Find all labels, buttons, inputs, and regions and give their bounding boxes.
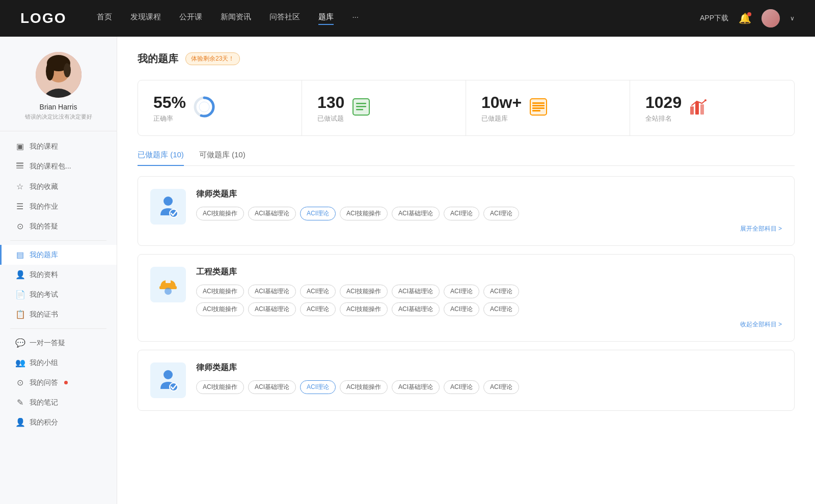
sidebar-divider-2 bbox=[10, 328, 106, 329]
sidebar-item-label: 一对一答疑 bbox=[30, 339, 65, 348]
tag-item[interactable]: ACI技能操作 bbox=[340, 285, 388, 298]
nav-qbank[interactable]: 题库 bbox=[318, 12, 334, 25]
tag-item[interactable]: ACI基础理论 bbox=[392, 380, 440, 394]
sidebar-item-profile[interactable]: 👤 我的资料 bbox=[0, 265, 117, 285]
lawyer-2-icon bbox=[155, 368, 181, 393]
expand-link-lawyer-1[interactable]: 展开全部科目 > bbox=[196, 225, 782, 233]
tag-item[interactable]: ACI基础理论 bbox=[248, 380, 296, 394]
sidebar-item-notes[interactable]: ✎ 我的笔记 bbox=[0, 393, 117, 412]
sidebar-item-label: 我的笔记 bbox=[30, 398, 58, 407]
app-download-button[interactable]: APP下载 bbox=[700, 14, 728, 23]
tag-item[interactable]: ACI理论 bbox=[444, 285, 479, 298]
tag-item[interactable]: ACI理论 bbox=[300, 302, 336, 316]
tag-item[interactable]: ACI理论 bbox=[483, 380, 519, 394]
sidebar-item-label: 我的积分 bbox=[30, 418, 58, 427]
sidebar-item-label: 我的证书 bbox=[30, 310, 58, 319]
lawyer-icon bbox=[155, 194, 181, 219]
tag-item[interactable]: ACI理论 bbox=[483, 285, 519, 298]
sidebar-divider-1 bbox=[10, 240, 106, 241]
sidebar-item-favorites[interactable]: ☆ 我的收藏 bbox=[0, 177, 117, 197]
group-icon: 👥 bbox=[15, 358, 24, 368]
tag-item[interactable]: ACI技能操作 bbox=[196, 285, 244, 298]
questions-icon: ⊙ bbox=[15, 221, 24, 231]
tag-item-active[interactable]: ACI理论 bbox=[300, 380, 336, 394]
svg-point-28 bbox=[164, 197, 173, 206]
svg-rect-15 bbox=[356, 103, 366, 104]
notification-bell[interactable]: 🔔 bbox=[739, 12, 751, 24]
sidebar-avatar[interactable] bbox=[36, 52, 82, 98]
stat-accuracy: 55% 正确率 bbox=[138, 80, 302, 135]
stat-rank-label: 全站排名 bbox=[645, 114, 682, 123]
page-header: 我的题库 体验剩余23天！ bbox=[138, 52, 795, 66]
exam-icon: 📄 bbox=[15, 290, 24, 299]
sidebar-item-course-package[interactable]: 我的课程包... bbox=[0, 156, 117, 177]
trial-badge: 体验剩余23天！ bbox=[185, 52, 240, 65]
svg-rect-8 bbox=[16, 165, 23, 166]
stat-rank-value: 1029 bbox=[645, 93, 682, 112]
sidebar-item-exam[interactable]: 📄 我的考试 bbox=[0, 285, 117, 304]
tag-item[interactable]: ACI技能操作 bbox=[340, 302, 388, 316]
logo[interactable]: LOGO bbox=[20, 10, 66, 26]
sidebar-item-group[interactable]: 👥 我的小组 bbox=[0, 353, 117, 373]
stat-banks-value: 10w+ bbox=[481, 93, 522, 112]
user-avatar[interactable] bbox=[762, 9, 780, 27]
sidebar-item-certificate[interactable]: 📋 我的证书 bbox=[0, 304, 117, 324]
tab-done-banks[interactable]: 已做题库 (10) bbox=[138, 150, 184, 166]
nav-news[interactable]: 新闻资讯 bbox=[221, 12, 251, 25]
tag-item[interactable]: ACI理论 bbox=[300, 285, 336, 298]
nav-more[interactable]: ··· bbox=[352, 12, 359, 25]
stat-done-questions: 130 已做试题 bbox=[302, 80, 466, 135]
avatar-image bbox=[762, 9, 780, 27]
tag-item[interactable]: ACI基础理论 bbox=[392, 285, 440, 298]
accuracy-chart-icon bbox=[193, 96, 215, 120]
qbank-lawyer-2-body: 律师类题库 ACI技能操作 ACI基础理论 ACI理论 ACI技能操作 ACI基… bbox=[196, 362, 782, 398]
my-qa-icon: ⊙ bbox=[15, 378, 24, 387]
tag-item[interactable]: ACI理论 bbox=[483, 207, 519, 220]
nav-qa[interactable]: 问答社区 bbox=[269, 12, 300, 25]
course-package-icon bbox=[15, 161, 24, 172]
tag-item[interactable]: ACI技能操作 bbox=[196, 380, 244, 394]
sidebar-item-my-course[interactable]: ▣ 我的课程 bbox=[0, 136, 117, 156]
stat-done-label: 已做试题 bbox=[317, 114, 344, 123]
tag-item[interactable]: ACI理论 bbox=[444, 302, 479, 316]
sidebar-item-points[interactable]: 👤 我的积分 bbox=[0, 412, 117, 432]
qbank-engineer-icon-wrap bbox=[150, 267, 186, 302]
tabs-row: 已做题库 (10) 可做题库 (10) bbox=[138, 150, 795, 166]
tag-item-active[interactable]: ACI理论 bbox=[300, 207, 336, 220]
sidebar-item-homework[interactable]: ☰ 我的作业 bbox=[0, 197, 117, 216]
tag-item[interactable]: ACI基础理论 bbox=[248, 302, 296, 316]
nav-home[interactable]: 首页 bbox=[97, 12, 112, 25]
tag-item[interactable]: ACI技能操作 bbox=[340, 380, 388, 394]
user-menu-chevron[interactable]: ∨ bbox=[790, 15, 795, 22]
tag-item[interactable]: ACI理论 bbox=[444, 380, 479, 394]
tag-item[interactable]: ACI技能操作 bbox=[196, 302, 244, 316]
qbank-lawyer-2-tags: ACI技能操作 ACI基础理论 ACI理论 ACI技能操作 ACI基础理论 AC… bbox=[196, 380, 782, 394]
svg-point-33 bbox=[164, 370, 173, 379]
tab-available-banks[interactable]: 可做题库 (10) bbox=[199, 150, 246, 166]
one-on-one-icon: 💬 bbox=[15, 338, 24, 348]
tag-item[interactable]: ACI技能操作 bbox=[196, 207, 244, 220]
sidebar-item-label: 我的作业 bbox=[30, 202, 58, 211]
tag-item[interactable]: ACI理论 bbox=[444, 207, 479, 220]
tag-item[interactable]: ACI基础理论 bbox=[248, 207, 296, 220]
sidebar-item-questions[interactable]: ⊙ 我的答疑 bbox=[0, 216, 117, 236]
svg-point-5 bbox=[46, 62, 54, 80]
tag-item[interactable]: ACI理论 bbox=[483, 302, 519, 316]
sidebar-item-one-on-one[interactable]: 💬 一对一答疑 bbox=[0, 333, 117, 353]
favorites-icon: ☆ bbox=[15, 182, 24, 191]
stat-done-banks: 10w+ 已做题库 bbox=[466, 80, 630, 135]
tag-item[interactable]: ACI技能操作 bbox=[340, 207, 388, 220]
svg-rect-17 bbox=[356, 109, 363, 110]
tag-item[interactable]: ACI基础理论 bbox=[248, 285, 296, 298]
collapse-link-engineer[interactable]: 收起全部科目 > bbox=[196, 320, 782, 329]
stat-done-value: 130 bbox=[317, 93, 344, 112]
stat-accuracy-text: 55% 正确率 bbox=[153, 93, 186, 123]
tag-item[interactable]: ACI基础理论 bbox=[392, 302, 440, 316]
tag-item[interactable]: ACI基础理论 bbox=[392, 207, 440, 220]
sidebar-item-qbank[interactable]: ▤ 我的题库 bbox=[0, 245, 117, 265]
nav-discover[interactable]: 发现课程 bbox=[130, 12, 161, 25]
sidebar-item-my-qa[interactable]: ⊙ 我的问答 bbox=[0, 373, 117, 393]
nav-opencourse[interactable]: 公开课 bbox=[179, 12, 202, 25]
svg-rect-31 bbox=[166, 280, 171, 283]
navbar: LOGO 首页 发现课程 公开课 新闻资讯 问答社区 题库 ··· APP下载 … bbox=[0, 0, 815, 37]
